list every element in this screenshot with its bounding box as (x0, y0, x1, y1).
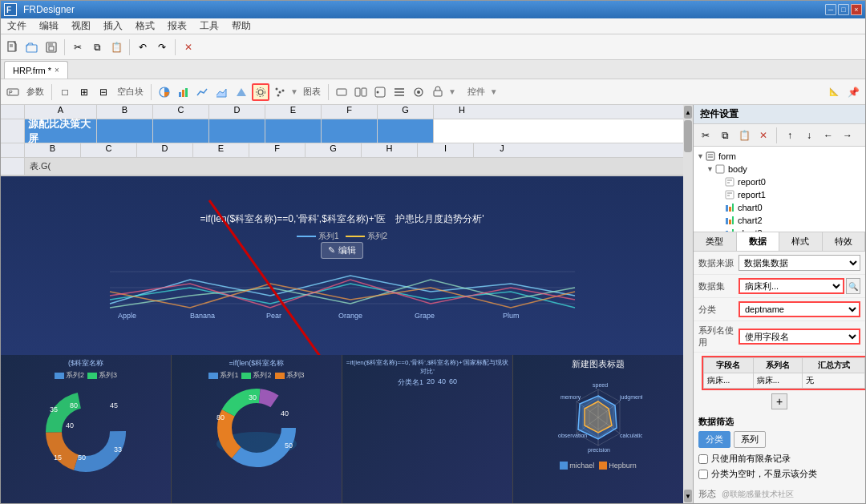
svg-text:Banana: Banana (190, 312, 215, 320)
edit-btn[interactable]: ✎ 编辑 (321, 242, 362, 259)
param-btn[interactable]: P (4, 83, 22, 101)
scroll-down-btn[interactable]: ▼ (684, 490, 692, 502)
tree-item-report1[interactable]: report1 (697, 188, 862, 201)
minimize-btn[interactable]: ─ (825, 4, 836, 15)
pin-btn[interactable]: 📌 (844, 83, 862, 101)
ctrl-dropdown2[interactable]: ▼ (490, 87, 498, 96)
tree-item-report0[interactable]: report0 (697, 175, 862, 188)
preview-btn[interactable]: 📐 (825, 83, 843, 101)
vertical-scrollbar[interactable]: ▲ ▼ (683, 105, 693, 503)
cell-f1[interactable] (322, 119, 378, 143)
maximize-btn[interactable]: □ (838, 4, 849, 15)
mini-chart-1[interactable]: ($科室名称 系列2 系列3 35 (1, 355, 172, 503)
ctrl5-btn[interactable] (410, 83, 427, 101)
filter-tab-series[interactable]: 系列 (734, 431, 766, 448)
copy-btn[interactable]: ⧉ (88, 38, 106, 56)
area-chart-btn[interactable] (213, 83, 231, 101)
menu-format[interactable]: 格式 (129, 18, 161, 34)
cell-b1[interactable] (97, 119, 153, 143)
chart-dropdown[interactable]: ▼ (290, 87, 298, 96)
data-source-select[interactable]: 数据集数据 (739, 255, 860, 271)
dataset-search-btn[interactable]: 🔍 (846, 278, 860, 294)
menu-insert[interactable]: 插入 (97, 18, 129, 34)
menu-tools[interactable]: 工具 (193, 18, 225, 34)
cell-d1[interactable] (209, 119, 265, 143)
scroll-thumb[interactable] (684, 120, 692, 152)
scroll-up-btn[interactable]: ▲ (684, 106, 692, 119)
add-row-btn[interactable]: + (771, 393, 787, 409)
tree-item-form[interactable]: ▼ form (697, 150, 862, 163)
cell-h1[interactable] (434, 119, 490, 143)
ctrl-dropdown[interactable]: ▼ (448, 87, 456, 96)
category-select[interactable]: deptname (739, 301, 860, 317)
rp-cut-btn[interactable]: ✂ (697, 127, 714, 144)
props-tab-effect[interactable]: 特效 (823, 232, 866, 251)
cell-g1[interactable] (378, 119, 434, 143)
checkbox-empty[interactable] (698, 470, 708, 479)
menu-view[interactable]: 视图 (65, 18, 97, 34)
tree-item-chart3[interactable]: chart3 (697, 227, 862, 232)
tree-item-chart2[interactable]: chart2 (697, 214, 862, 227)
blank-btn[interactable]: □ (56, 83, 74, 101)
cell-c1[interactable] (153, 119, 209, 143)
cut-btn[interactable]: ✂ (69, 38, 87, 56)
dots-chart-btn[interactable] (271, 83, 289, 101)
mountain-chart-btn[interactable] (233, 83, 250, 101)
bar-chart-btn[interactable] (175, 83, 192, 101)
delete-btn[interactable]: ✕ (180, 38, 197, 56)
data-source-value[interactable]: 数据集数据 (739, 255, 860, 271)
mini-chart-2[interactable]: =if(len($科室名称 系列1 系列2 系列3 (172, 355, 342, 503)
rp-paste-btn[interactable]: 📋 (735, 127, 753, 144)
open-btn[interactable] (23, 38, 41, 56)
series-value[interactable]: 使用字段名 (739, 329, 860, 345)
pie-chart-btn[interactable] (156, 83, 173, 101)
props-tab-type[interactable]: 类型 (694, 232, 737, 251)
filter-tab-category[interactable]: 分类 (698, 431, 730, 448)
tree-item-body[interactable]: ▼ body (697, 163, 862, 175)
redo-btn[interactable]: ↷ (153, 38, 171, 56)
rp-copy-btn[interactable]: ⧉ (716, 127, 734, 144)
rp-delete-btn[interactable]: ✕ (755, 127, 772, 144)
props-tab-data[interactable]: 数据 (737, 232, 780, 251)
blank-btn3[interactable]: ⊟ (95, 83, 112, 101)
save-btn[interactable] (42, 38, 60, 56)
cell-e1[interactable] (265, 119, 322, 143)
title-cell[interactable]: 源配比决策大屏 (25, 119, 97, 143)
ctrl2-btn[interactable] (352, 83, 370, 101)
mini-chart-3[interactable]: =if(len($科室名称)==0,'骨科',$科室名称)+'国家标配与现状对比… (342, 355, 513, 503)
gear-btn[interactable] (252, 83, 269, 101)
series-select[interactable]: 使用字段名 (739, 329, 860, 345)
ctrl1-btn[interactable] (333, 83, 350, 101)
th-field: 字段名 (704, 358, 754, 373)
paste-btn[interactable]: 📋 (107, 38, 125, 56)
menu-file[interactable]: 文件 (1, 18, 33, 34)
new-btn[interactable] (4, 38, 22, 56)
formula-cell[interactable]: 表.G( (25, 158, 55, 175)
ctrl4-btn[interactable] (391, 83, 408, 101)
dataset-select[interactable]: 病床利... (739, 278, 844, 294)
category-value[interactable]: deptname (739, 301, 860, 317)
props-tab-style[interactable]: 样式 (779, 232, 823, 251)
blank-btn2[interactable]: ⊞ (75, 83, 93, 101)
svg-rect-8 (49, 46, 54, 50)
rp-right-btn[interactable]: → (839, 127, 856, 144)
table-row-1[interactable]: 病床... 病床... 无 (704, 373, 865, 389)
ctrl6-btn[interactable] (429, 83, 447, 101)
menu-edit[interactable]: 编辑 (33, 18, 65, 34)
rp-down-btn[interactable]: ↓ (800, 127, 818, 144)
ctrl3-btn[interactable] (371, 83, 389, 101)
checkbox-limit[interactable] (698, 454, 708, 464)
rp-up-btn[interactable]: ↑ (781, 127, 799, 144)
chart-area[interactable]: =if(len($科室名称)==0,'骨科',$科室名称)+'医 护患比月度趋势… (1, 176, 683, 355)
menu-report[interactable]: 报表 (161, 18, 193, 34)
tab-hrp[interactable]: HRP.frm * × (4, 61, 68, 79)
tree-item-chart0[interactable]: chart0 (697, 201, 862, 214)
close-btn[interactable]: × (851, 4, 862, 15)
mini-pie-2: 80 40 50 30 (175, 384, 338, 472)
mini-chart-4[interactable]: 新建图表标题 (513, 355, 683, 503)
line-chart-btn[interactable] (194, 83, 212, 101)
undo-btn[interactable]: ↶ (134, 38, 152, 56)
rp-left-btn[interactable]: ← (819, 127, 837, 144)
menu-help[interactable]: 帮助 (225, 18, 257, 34)
tab-close-btn[interactable]: × (55, 66, 59, 75)
